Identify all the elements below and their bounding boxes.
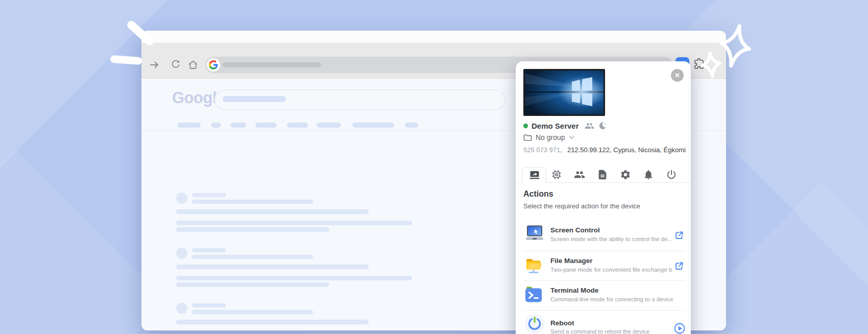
marketing-screenshot: { "colors": { "accent_blue": "#4285f4", …	[0, 0, 868, 334]
moon-icon[interactable]	[598, 122, 607, 130]
sparkle-icon	[701, 51, 724, 80]
browser-tab-strip	[141, 31, 726, 43]
refresh-icon[interactable]	[170, 59, 181, 70]
tab-screen[interactable]	[522, 167, 546, 183]
forward-icon[interactable]	[149, 59, 160, 70]
actions-subtitle: Select the required action for the devic…	[523, 202, 640, 210]
filter-pill	[352, 123, 394, 128]
filter-pill	[231, 123, 246, 128]
action-screen-control[interactable]: Screen Control Screen mode with the abil…	[516, 221, 691, 250]
bell-icon[interactable]	[643, 169, 654, 180]
action-title: Terminal Mode	[550, 287, 598, 294]
result-skeleton	[176, 248, 442, 288]
device-location: 212.50.99.122, Cyprus, Nicosia, Égkomi	[567, 146, 686, 154]
device-row: Demo Server	[523, 121, 607, 131]
action-description: Send a command to reboot the device	[550, 328, 649, 334]
filter-pill	[177, 123, 201, 128]
group-name: No group	[536, 133, 565, 141]
chevron-down-icon	[569, 136, 574, 139]
search-input[interactable]	[214, 89, 505, 110]
device-id: 525 073 971,	[523, 146, 562, 154]
popup-tabs	[516, 167, 691, 183]
action-title: File Manager	[550, 257, 593, 265]
file-manager-icon	[524, 256, 544, 275]
action-description: Screen mode with the ability to control …	[550, 236, 672, 242]
action-description: Two-pane mode for convenient file exchan…	[550, 267, 673, 273]
close-icon[interactable]: ✕	[671, 69, 684, 82]
power-icon[interactable]	[666, 169, 677, 180]
users-icon[interactable]	[574, 169, 585, 180]
result-skeleton	[176, 303, 442, 330]
gear-icon[interactable]	[620, 169, 631, 180]
screen-control-icon	[524, 225, 545, 242]
action-terminal-mode[interactable]: Terminal Mode Command-line mode for conn…	[516, 281, 691, 311]
home-icon[interactable]	[187, 59, 199, 70]
terminal-icon	[524, 285, 543, 304]
device-id-row: 525 073 971,212.50.99.122, Cyprus, Nicos…	[523, 146, 686, 154]
filter-pill	[405, 123, 418, 128]
file-icon[interactable]	[597, 169, 608, 180]
url-skeleton	[223, 62, 321, 67]
open-in-new-icon[interactable]	[674, 230, 684, 241]
filter-pill	[255, 123, 277, 128]
search-skeleton	[223, 96, 286, 102]
open-in-new-icon[interactable]	[674, 261, 684, 271]
actions-heading: Actions	[523, 189, 553, 199]
extension-popup: ✕ Demo Server No group 525 073 971,212.5…	[516, 61, 691, 334]
online-status-dot	[523, 124, 528, 128]
reboot-icon	[524, 314, 545, 334]
folder-outline-icon	[523, 134, 532, 141]
play-circle-icon[interactable]	[674, 323, 684, 333]
shared-users-icon[interactable]	[585, 121, 594, 131]
result-skeleton	[176, 193, 442, 232]
action-title: Screen Control	[550, 226, 600, 234]
action-description: Command-line mode for connecting to a de…	[550, 296, 673, 302]
chip-icon[interactable]	[551, 169, 562, 180]
doodle-stroke	[110, 55, 142, 65]
action-divider	[523, 310, 685, 311]
action-title: Reboot	[550, 319, 574, 327]
device-screen-thumbnail[interactable]	[523, 69, 605, 116]
google-g-icon	[207, 58, 220, 71]
filter-pill	[317, 123, 341, 128]
screen-share-icon	[529, 170, 540, 181]
group-selector[interactable]: No group	[523, 133, 574, 141]
device-name: Demo Server	[532, 122, 579, 130]
action-reboot[interactable]: Reboot Send a command to reboot the devi…	[516, 312, 691, 334]
filter-pill	[287, 123, 308, 128]
filter-pill	[211, 123, 221, 128]
action-file-manager[interactable]: File Manager Two-pane mode for convenien…	[516, 251, 691, 281]
